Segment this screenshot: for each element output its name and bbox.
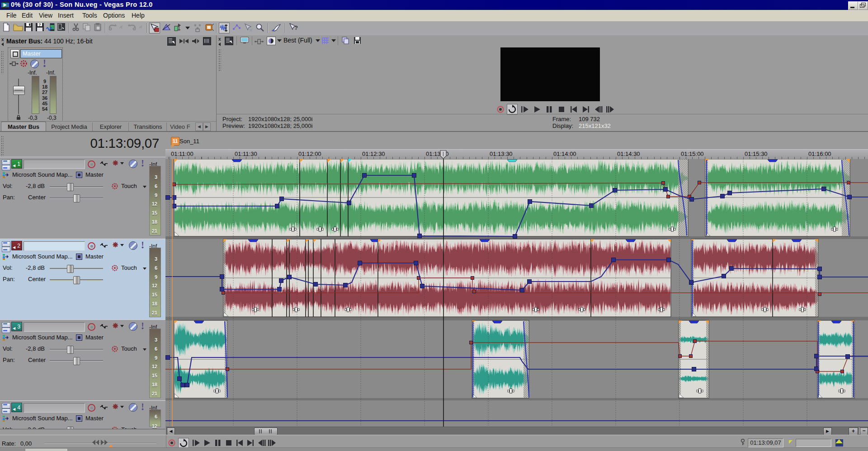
svg-text:?: ?	[294, 24, 298, 31]
svg-text:?: ?	[38, 23, 41, 27]
